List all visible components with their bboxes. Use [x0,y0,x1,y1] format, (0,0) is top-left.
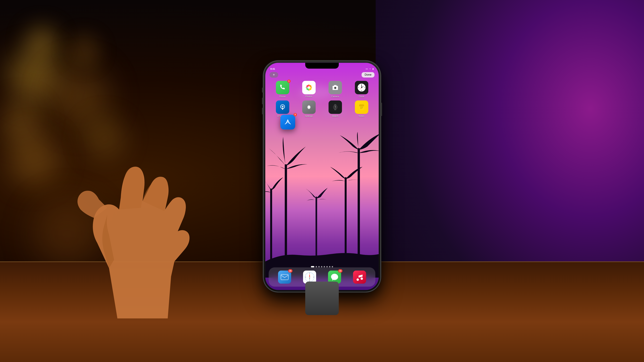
battery-icon: ▮ [372,68,374,70]
settings-label: Settings [305,115,313,117]
dot-5 [324,266,325,267]
clock-label: Clock [359,95,364,98]
svg-rect-20 [282,108,283,110]
add-icon: + [273,72,275,77]
app-photos[interactable]: Photos [296,81,321,98]
bokeh-5 [8,134,59,184]
clock-icon-img [355,81,368,94]
dot-3 [318,266,320,267]
photos-label: Photos [306,95,312,98]
dot-8 [332,266,333,267]
dot-4 [321,266,322,267]
watch-icon-img [328,100,342,114]
dock-mail[interactable]: 28 [278,271,291,284]
silent-switch[interactable] [262,87,263,92]
mail-icon-img: 28 [278,271,291,284]
svg-point-17 [361,87,362,88]
phone-badge: 1 [287,79,291,83]
svg-point-46 [360,277,363,280]
notch [305,63,339,68]
camera-label: Camera [331,95,339,98]
dot-6 [326,266,328,267]
status-icons: ▪▪▪ ⚬ ▮ [366,67,374,70]
bokeh-2 [25,25,59,59]
done-button[interactable]: Done [362,72,374,77]
notes-icon-img [355,100,368,114]
app-camera[interactable]: Camera [323,81,348,98]
done-label: Done [364,73,372,76]
app-grid-row1: 1 Phone [270,81,374,98]
wifi-icon: ⚬ [369,67,371,70]
bokeh-8 [84,117,126,159]
camera-icon-img [328,81,342,94]
phone-screen: 9:41 ▪▪▪ ⚬ ▮ + Done [265,63,379,290]
phone-body: 9:41 ▪▪▪ ⚬ ▮ + Done [263,61,381,292]
notes-label: Notes [359,115,364,117]
app-notes[interactable]: Notes [349,100,374,117]
watch-label: Watch [332,115,338,117]
phone-device: 9:41 ▪▪▪ ⚬ ▮ + Done [263,61,381,292]
bokeh-6 [67,33,100,67]
svg-point-8 [334,87,336,88]
signal-icon: ▪▪▪ [366,68,368,70]
photos-icon-img [302,81,316,94]
bokeh-7 [34,201,100,268]
floating-appstore[interactable]: 5 [280,115,295,129]
dot-7 [329,266,330,267]
volume-up-button[interactable] [262,97,263,104]
add-button[interactable]: + [270,72,278,78]
1password-icon-img: 1 [276,100,289,114]
messages-badge: 10 [338,269,342,273]
music-icon-img [353,271,366,284]
appstore-badge: 5 [294,113,297,116]
app-settings[interactable]: Settings [296,100,321,117]
app-phone[interactable]: 1 Phone [270,81,295,98]
svg-point-45 [356,278,359,281]
volume-down-button[interactable] [262,108,263,114]
app-watch[interactable]: Watch [323,100,348,117]
top-bar: + Done [265,72,379,78]
phone-stand [305,282,339,315]
dot-1 [311,266,314,267]
dock-music[interactable] [353,271,366,284]
bokeh-3 [50,67,109,126]
power-button[interactable] [381,103,382,116]
page-dots [265,266,379,267]
appstore-icon-img: 5 [280,115,295,129]
palm-trees-svg [265,119,379,290]
dot-2 [316,266,317,267]
phone-label: Phone [280,95,286,98]
status-time: 9:41 [270,67,275,70]
settings-icon-img [302,100,316,114]
phone-icon-img: 1 [276,81,289,94]
app-clock[interactable]: Clock [349,81,374,98]
svg-text:1: 1 [282,106,283,107]
svg-rect-31 [359,105,364,106]
svg-point-5 [308,86,310,89]
svg-rect-36 [281,274,288,280]
mail-badge: 28 [288,269,292,273]
